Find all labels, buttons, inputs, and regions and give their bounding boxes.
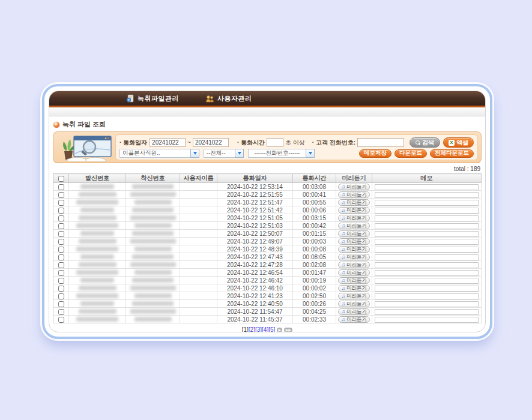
row-checkbox[interactable] [58,278,64,284]
menu-item-user-management[interactable]: 사용자관리 [205,94,252,103]
preview-button[interactable]: ♫미리듣기 [338,191,370,198]
memo-input[interactable] [375,184,479,190]
row-checkbox[interactable] [58,184,64,190]
preview-button[interactable]: ♫미리듣기 [338,308,370,315]
call-date-cell: 2024-10-22 12:47:43 [217,253,293,261]
memo-input[interactable] [375,262,479,268]
redacted-callee-number [132,184,174,189]
memo-input[interactable] [375,301,479,307]
preview-button[interactable]: ♫미리듣기 [338,262,370,268]
next-page-icon[interactable]: ▶ [277,328,282,332]
call-time-input[interactable] [267,138,283,147]
row-checkbox[interactable] [58,317,64,323]
row-checkbox[interactable] [58,192,64,198]
preview-button[interactable]: ♫미리듣기 [338,207,370,214]
page-link-1[interactable]: [1] [242,326,249,332]
preview-button[interactable]: ♫미리듣기 [338,215,370,221]
user-name-cell [180,261,217,269]
preview-button[interactable]: ♫미리듣기 [338,238,370,245]
row-checkbox[interactable] [58,239,64,245]
phone-dropdown-arrow-icon[interactable] [306,149,315,158]
memo-input[interactable] [375,215,479,221]
preview-button[interactable]: ♫미리듣기 [338,293,370,299]
memo-input[interactable] [375,200,479,206]
row-checkbox[interactable] [58,223,64,229]
memo-input[interactable] [375,239,479,245]
table-row: 2024-10-22 12:50:0700:01:15♫미리듣기 [53,230,482,238]
redacted-caller-number [76,247,118,251]
preview-button[interactable]: ♫미리듣기 [338,269,370,276]
memo-input[interactable] [375,208,479,214]
preview-button[interactable]: ♫미리듣기 [338,230,370,237]
row-checkbox[interactable] [58,309,64,315]
top-menubar: 녹취파일관리 사용자관리 [49,91,485,106]
preview-button[interactable]: ♫미리듣기 [338,301,370,307]
memo-input[interactable] [375,278,479,284]
redacted-callee-number [130,239,176,244]
page-link-2[interactable]: [2] [249,326,255,332]
row-checkbox[interactable] [58,208,64,214]
preview-button[interactable]: ♫미리듣기 [338,246,370,253]
memo-input[interactable] [375,317,479,323]
preview-button[interactable]: ♫미리듣기 [338,285,370,292]
phone-dropdown[interactable]: ------전화번호------ [248,149,315,158]
select-all-checkbox[interactable] [58,176,64,182]
memo-input[interactable] [375,270,479,276]
total-count-label: total : 189 [49,166,480,172]
row-checkbox[interactable] [58,262,64,268]
search-button[interactable]: 검색 [410,137,440,148]
call-date-to-input[interactable] [193,138,229,147]
row-checkbox[interactable] [58,254,64,260]
row-checkbox[interactable] [58,293,64,299]
customer-phone-input[interactable] [357,138,404,147]
header-call-date: 통화일자 [217,174,293,183]
download-button[interactable]: 다운로드 [394,149,427,158]
user-dropdown-arrow-icon[interactable] [190,149,199,158]
memo-input[interactable] [375,254,479,260]
memo-input[interactable] [375,286,479,292]
preview-button[interactable]: ♫미리듣기 [338,199,370,206]
last-page-icon[interactable]: ▶▶ [284,328,292,332]
header-caller-number: 발신번호 [69,174,126,183]
user-dropdown[interactable]: 이플본사직원.. [119,149,199,158]
table-row: 2024-10-22 12:51:0500:03:15♫미리듣기 [53,214,482,222]
memo-input[interactable] [375,223,479,229]
excel-button[interactable]: X 엑셀 [443,137,474,148]
preview-button[interactable]: ♫미리듣기 [338,277,370,284]
redacted-caller-number [76,293,118,298]
all-dropdown[interactable]: --전체-- [204,149,244,158]
row-checkbox[interactable] [58,231,64,237]
row-checkbox[interactable] [58,247,64,253]
row-checkbox[interactable] [58,200,64,206]
page-link-3[interactable]: [3] [255,326,262,332]
page-link-5[interactable]: [5] [268,326,275,332]
table-row: 2024-10-22 12:46:1000:00:02♫미리듣기 [53,284,482,292]
memo-input[interactable] [375,231,479,237]
call-date-from-input[interactable] [150,138,186,147]
users-icon [205,95,214,103]
all-dropdown-arrow-icon[interactable] [235,149,244,158]
memo-save-button[interactable]: 메모저장 [359,149,391,158]
recordings-table: 발신번호 착신번호 사용자이름 통화일자 통화시간 미리듣기 메모 2024-1… [53,173,482,323]
page-link-4[interactable]: [4] [262,326,268,332]
row-checkbox[interactable] [58,286,64,292]
memo-input[interactable] [375,247,479,253]
redacted-caller-number [80,208,114,212]
menu-item-recording-files[interactable]: 녹취파일관리 [126,94,179,103]
memo-input[interactable] [375,192,479,198]
preview-button[interactable]: ♫미리듣기 [338,254,370,260]
call-duration-cell: 00:00:55 [293,199,336,206]
row-checkbox[interactable] [58,270,64,276]
preview-button[interactable]: ♫미리듣기 [338,223,370,229]
row-checkbox[interactable] [58,301,64,307]
redacted-caller-number [79,286,116,290]
preview-button[interactable]: ♫미리듣기 [338,184,370,190]
memo-input[interactable] [375,309,479,315]
memo-input[interactable] [375,293,479,299]
user-name-cell [180,238,217,245]
preview-button[interactable]: ♫미리듣기 [338,316,370,323]
section-bullet-icon [53,122,59,128]
call-duration-cell: 00:08:05 [293,253,336,261]
download-all-button[interactable]: 전체다운로드 [430,149,474,158]
row-checkbox[interactable] [58,215,64,221]
